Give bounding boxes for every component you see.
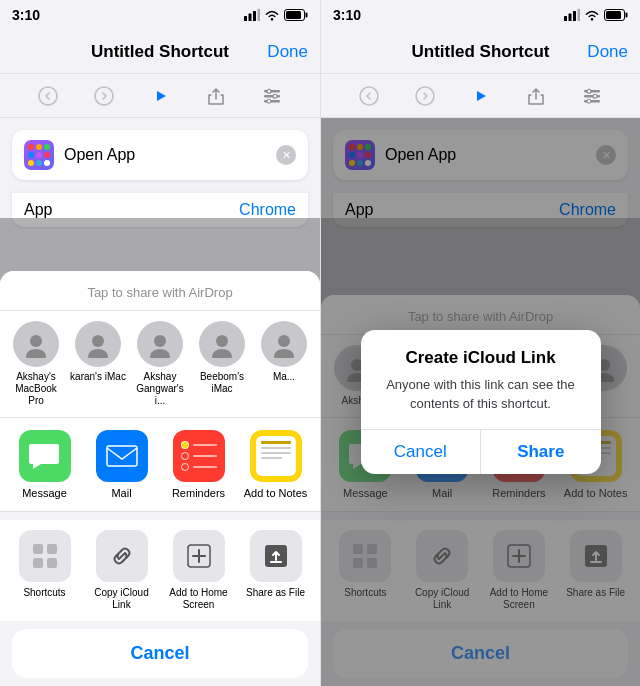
upload-icon	[250, 530, 302, 582]
svg-point-51	[593, 94, 597, 98]
svg-rect-44	[606, 11, 621, 19]
svg-rect-10	[264, 90, 280, 93]
play-icon-right[interactable]	[469, 85, 491, 107]
icloud-dialog-buttons: Cancel Share	[361, 429, 601, 474]
icloud-cancel-button[interactable]: Cancel	[361, 430, 482, 474]
contact-name-5: Ma...	[273, 371, 295, 383]
svg-rect-1	[249, 14, 252, 22]
icloud-dialog: Create iCloud Link Anyone with this link…	[361, 330, 601, 473]
content-left: Open App ✕ App Chrome Tap to share with …	[0, 118, 320, 686]
settings-icon-right[interactable]	[581, 85, 603, 107]
share-icon-right[interactable]	[525, 85, 547, 107]
svg-rect-30	[47, 558, 57, 568]
contact-name-3: Akshay Gangwar's i...	[132, 371, 188, 407]
airdrop-contact-3[interactable]: Akshay Gangwar's i...	[132, 321, 188, 407]
svg-rect-27	[33, 544, 43, 554]
nav-done-right[interactable]: Done	[587, 42, 628, 62]
svg-point-41	[591, 18, 593, 20]
nav-done-left[interactable]: Done	[267, 42, 308, 62]
svg-rect-39	[573, 11, 576, 21]
share-icon[interactable]	[205, 85, 227, 107]
status-icons-right	[564, 9, 628, 21]
toolbar-right	[321, 74, 640, 118]
forward-icon-right[interactable]	[414, 85, 436, 107]
svg-point-52	[587, 99, 591, 103]
notes-icon	[250, 430, 302, 482]
add-home-icon	[173, 530, 225, 582]
nav-title-left: Untitled Shortcut	[91, 42, 229, 62]
svg-rect-7	[286, 11, 301, 19]
forward-icon[interactable]	[93, 85, 115, 107]
toolbar-left	[0, 74, 320, 118]
copy-link-label: Copy iCloud Link	[85, 587, 158, 611]
action-add-home[interactable]: Add to Home Screen	[162, 530, 235, 611]
shortcuts-icon	[19, 530, 71, 582]
contact-name-4: Beebom's iMac	[194, 371, 250, 395]
action-card-info: Open App	[24, 140, 135, 170]
icloud-overlay: Create iCloud Link Anyone with this link…	[321, 118, 640, 686]
add-home-label: Add to Home Screen	[162, 587, 235, 611]
app-reminders[interactable]: Reminders	[162, 430, 235, 499]
status-time-right: 3:10	[333, 7, 361, 23]
right-panel: 3:10 Untitled Shortcut Done	[320, 0, 640, 686]
battery-icon	[284, 9, 308, 21]
airdrop-contact-4[interactable]: Beebom's iMac	[194, 321, 250, 407]
nav-title-right: Untitled Shortcut	[412, 42, 550, 62]
signal-icon	[244, 9, 260, 21]
nav-bar-right: Untitled Shortcut Done	[321, 30, 640, 74]
reminders-icon	[173, 430, 225, 482]
link-icon	[96, 530, 148, 582]
svg-point-50	[587, 89, 591, 93]
airdrop-contact-2[interactable]: karan's iMac	[70, 321, 126, 407]
back-icon[interactable]	[37, 85, 59, 107]
svg-point-13	[267, 89, 271, 93]
play-icon[interactable]	[149, 85, 171, 107]
svg-rect-11	[264, 95, 280, 98]
svg-point-25	[274, 349, 294, 358]
status-bar-left: 3:10	[0, 0, 320, 30]
icloud-share-button[interactable]: Share	[481, 430, 601, 474]
app-mail[interactable]: Mail	[85, 430, 158, 499]
svg-point-4	[271, 18, 273, 20]
app-reminders-label: Reminders	[172, 487, 225, 499]
status-icons-left	[244, 9, 308, 21]
svg-point-15	[267, 99, 271, 103]
app-message[interactable]: Message	[8, 430, 81, 499]
shortcuts-label: Shortcuts	[23, 587, 65, 599]
back-icon-right[interactable]	[358, 85, 380, 107]
svg-rect-3	[258, 9, 261, 21]
svg-rect-28	[47, 544, 57, 554]
message-icon	[19, 430, 71, 482]
app-notes-label: Add to Notes	[244, 487, 308, 499]
airdrop-contact-1[interactable]: Akshay's MacBook Pro	[8, 321, 64, 407]
svg-rect-37	[564, 16, 567, 21]
settings-icon[interactable]	[261, 85, 283, 107]
app-row-value[interactable]: Chrome	[239, 201, 296, 219]
open-app-icon	[24, 140, 54, 170]
cancel-btn-left[interactable]: Cancel	[12, 629, 308, 678]
actions-row-left: Shortcuts Copy iCloud Link	[0, 520, 320, 621]
status-time-left: 3:10	[12, 7, 40, 23]
svg-point-22	[216, 335, 228, 347]
contact-name-1: Akshay's MacBook Pro	[8, 371, 64, 407]
share-file-label: Share as File	[246, 587, 305, 599]
action-share-file[interactable]: Share as File	[239, 530, 312, 611]
action-card-close[interactable]: ✕	[276, 145, 296, 165]
svg-rect-12	[264, 100, 280, 103]
mail-icon	[96, 430, 148, 482]
svg-point-16	[30, 335, 42, 347]
status-bar-right: 3:10	[321, 0, 640, 30]
action-copy-link[interactable]: Copy iCloud Link	[85, 530, 158, 611]
svg-point-23	[212, 349, 232, 358]
svg-rect-2	[253, 11, 256, 21]
svg-rect-40	[578, 9, 581, 21]
svg-rect-6	[306, 13, 308, 18]
action-shortcuts[interactable]: Shortcuts	[8, 530, 81, 611]
airdrop-contact-5[interactable]: Ma...	[256, 321, 312, 407]
svg-rect-43	[626, 13, 628, 18]
svg-point-9	[95, 87, 113, 105]
icloud-dialog-title: Create iCloud Link	[377, 348, 585, 368]
app-notes[interactable]: Add to Notes	[239, 430, 312, 499]
avatar-4	[199, 321, 245, 367]
svg-point-46	[416, 87, 434, 105]
